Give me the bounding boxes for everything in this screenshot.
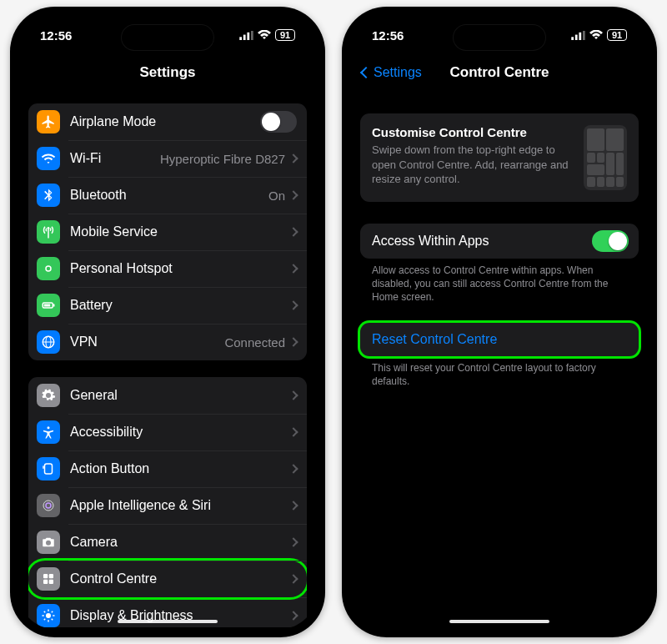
row-label: Control Centre — [70, 571, 290, 586]
accessibility-icon — [37, 420, 60, 444]
svg-rect-38 — [583, 31, 585, 40]
svg-rect-35 — [571, 37, 574, 40]
action-button-icon — [37, 457, 60, 480]
dynamic-island — [122, 25, 213, 50]
row-label: Bluetooth — [70, 188, 268, 203]
airplane-switch[interactable] — [260, 111, 297, 133]
airplane-icon — [37, 110, 60, 133]
access-group: Access Within Apps — [360, 224, 639, 259]
svg-point-13 — [43, 501, 53, 511]
row-label: Wi-Fi — [70, 151, 160, 166]
row-value: Hyperoptic Fibre D827 — [160, 152, 285, 166]
svg-rect-15 — [43, 574, 48, 578]
customise-card[interactable]: Customise Control Centre Swipe down from… — [360, 113, 639, 202]
cellular-signal-icon — [239, 31, 253, 40]
row-reset-control-centre[interactable]: Reset Control Centre — [360, 323, 639, 356]
svg-rect-3 — [251, 31, 253, 40]
back-label: Settings — [374, 65, 422, 80]
home-indicator[interactable] — [118, 620, 218, 623]
row-value: Connected — [224, 335, 285, 350]
row-access-within-apps[interactable]: Access Within Apps — [360, 224, 639, 259]
screen-left: 12:56 91 Settings Airpl — [18, 15, 317, 629]
row-value: On — [268, 189, 285, 203]
siri-icon — [37, 494, 60, 517]
control-centre-icon — [37, 567, 60, 591]
svg-line-24 — [44, 611, 46, 613]
card-title: Customise Control Centre — [372, 125, 574, 139]
wifi-icon — [37, 147, 60, 170]
reset-footer-note: This will reset your Control Centre layo… — [360, 356, 639, 388]
settings-content[interactable]: Airplane Mode Wi-Fi Hyperoptic Fibre D82… — [18, 90, 317, 627]
row-airplane-mode[interactable]: Airplane Mode — [28, 103, 307, 140]
antenna-icon — [37, 220, 60, 244]
settings-group-general: General Accessibility Action Button — [28, 377, 307, 627]
chevron-left-icon — [360, 67, 372, 78]
control-centre-content[interactable]: Customise Control Centre Swipe down from… — [350, 90, 649, 627]
battery-status-icon: 91 — [607, 29, 627, 41]
chevron-right-icon — [288, 427, 298, 436]
chevron-right-icon — [288, 153, 298, 163]
row-general[interactable]: General — [28, 377, 307, 414]
battery-status-icon: 91 — [275, 29, 295, 41]
brightness-icon — [37, 604, 60, 627]
chevron-right-icon — [288, 190, 298, 199]
row-action-button[interactable]: Action Button — [28, 450, 307, 487]
row-accessibility[interactable]: Accessibility — [28, 414, 307, 450]
back-button[interactable]: Settings — [362, 65, 422, 80]
chevron-right-icon — [288, 300, 298, 309]
status-right: 91 — [239, 29, 295, 41]
cellular-signal-icon — [571, 31, 585, 40]
svg-point-14 — [46, 503, 51, 508]
svg-rect-37 — [579, 32, 581, 39]
svg-rect-17 — [43, 580, 48, 584]
phone-left: 12:56 91 Settings Airpl — [10, 7, 325, 637]
bluetooth-icon — [37, 184, 60, 207]
svg-point-10 — [48, 426, 50, 429]
row-apple-intelligence-siri[interactable]: Apple Intelligence & Siri — [28, 487, 307, 524]
chevron-right-icon — [288, 574, 298, 583]
row-battery[interactable]: Battery — [28, 287, 307, 324]
wifi-status-icon — [258, 30, 271, 40]
screen-right: 12:56 91 Settings Control Centre C — [350, 15, 649, 629]
svg-rect-16 — [49, 574, 53, 578]
page-title: Settings — [139, 64, 195, 81]
svg-point-19 — [46, 613, 51, 618]
row-label: Action Button — [70, 461, 290, 476]
hotspot-icon — [37, 257, 60, 280]
chevron-right-icon — [288, 227, 298, 236]
chevron-right-icon — [288, 501, 298, 510]
chevron-right-icon — [288, 390, 298, 400]
dynamic-island — [454, 25, 545, 50]
wifi-status-icon — [589, 30, 603, 40]
card-text: Customise Control Centre Swipe down from… — [372, 125, 574, 190]
home-indicator[interactable] — [449, 620, 549, 623]
gear-icon — [37, 384, 60, 407]
row-vpn[interactable]: VPN Connected — [28, 324, 307, 360]
row-label: General — [70, 388, 290, 403]
nav-header-left: Settings — [18, 55, 317, 90]
svg-line-27 — [52, 611, 53, 613]
nav-header-right: Settings Control Centre — [350, 55, 649, 90]
status-time: 12:56 — [40, 28, 72, 43]
row-label: Battery — [70, 298, 290, 313]
battery-icon — [37, 294, 60, 317]
row-bluetooth[interactable]: Bluetooth On — [28, 177, 307, 214]
access-switch[interactable] — [592, 230, 629, 252]
row-label: Accessibility — [70, 425, 290, 440]
row-personal-hotspot[interactable]: Personal Hotspot — [28, 250, 307, 287]
row-wifi[interactable]: Wi-Fi Hyperoptic Fibre D827 — [28, 140, 307, 177]
row-mobile-service[interactable]: Mobile Service — [28, 214, 307, 250]
control-centre-preview-icon — [584, 125, 627, 190]
row-camera[interactable]: Camera — [28, 524, 307, 561]
row-label: Access Within Apps — [372, 234, 592, 249]
svg-rect-0 — [239, 37, 242, 40]
svg-rect-18 — [49, 580, 53, 584]
status-right: 91 — [571, 29, 627, 41]
card-body: Swipe down from the top-right edge to op… — [372, 143, 574, 187]
svg-rect-36 — [575, 34, 578, 39]
svg-rect-1 — [243, 34, 246, 39]
row-control-centre[interactable]: Control Centre — [28, 561, 307, 597]
vpn-icon — [37, 330, 60, 354]
svg-rect-6 — [44, 304, 51, 307]
row-label: Mobile Service — [70, 224, 290, 239]
